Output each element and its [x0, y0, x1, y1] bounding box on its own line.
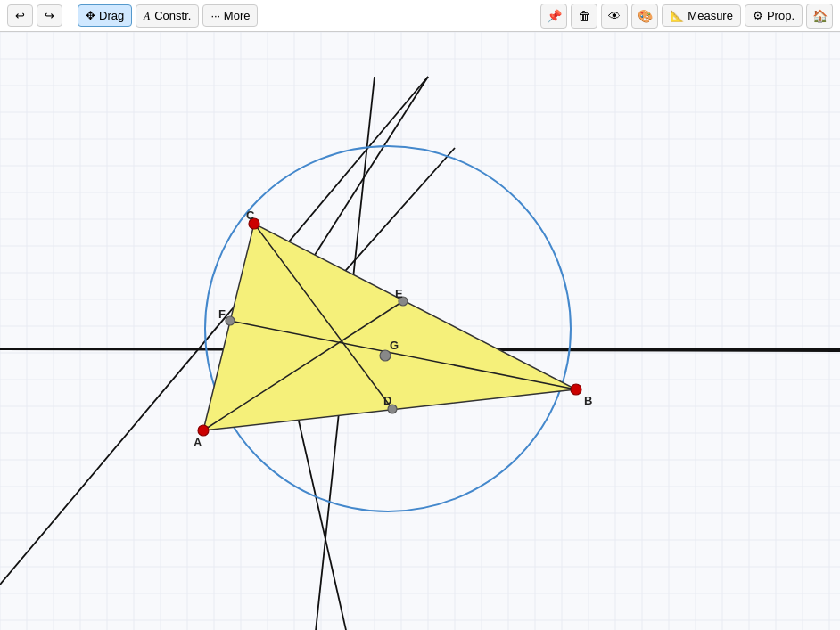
measure-label: Measure: [688, 9, 733, 22]
prop-icon: ⚙: [753, 9, 763, 22]
label-e: E: [395, 287, 403, 300]
constr-icon: 𝐴: [144, 9, 151, 23]
separator-1: [70, 5, 70, 27]
geometry-svg[interactable]: A B C E D F G: [0, 32, 840, 630]
label-a: A: [194, 436, 202, 449]
redo-button[interactable]: ↪: [37, 4, 62, 27]
constr-label: Constr.: [154, 9, 191, 22]
point-f[interactable]: [226, 316, 235, 325]
measure-icon: 📐: [670, 9, 684, 22]
measure-button[interactable]: 📐 Measure: [662, 4, 741, 27]
label-c: C: [246, 209, 255, 222]
pin-button[interactable]: 📌: [540, 4, 567, 29]
label-g: G: [390, 339, 399, 352]
eye-button[interactable]: 👁: [601, 4, 628, 29]
home-button[interactable]: 🏠: [806, 4, 833, 29]
point-a[interactable]: [198, 425, 209, 436]
point-b[interactable]: [571, 384, 581, 395]
label-b: B: [584, 394, 592, 407]
style-button[interactable]: 🎨: [631, 4, 658, 29]
delete-button[interactable]: 🗑: [571, 4, 597, 29]
label-d: D: [383, 394, 391, 407]
prop-label: Prop.: [767, 9, 795, 22]
drag-icon: ✥: [86, 9, 95, 22]
constr-button[interactable]: 𝐴 Constr.: [136, 4, 199, 28]
toolbar-right: 📌 🗑 👁 🎨 📐 Measure ⚙ Prop. 🏠: [540, 4, 833, 29]
more-button[interactable]: ··· More: [202, 4, 258, 27]
undo-button[interactable]: ↩: [7, 4, 33, 27]
drag-button[interactable]: ✥ Drag: [78, 4, 132, 27]
label-f: F: [218, 307, 226, 321]
more-label: ··· More: [210, 9, 250, 22]
canvas-area[interactable]: A B C E D F G: [0, 32, 840, 630]
drag-label: Drag: [99, 9, 124, 22]
toolbar: ↩ ↪ ✥ Drag 𝐴 Constr. ··· More 📌 🗑 👁 🎨 📐 …: [0, 0, 840, 32]
prop-button[interactable]: ⚙ Prop.: [745, 4, 803, 27]
